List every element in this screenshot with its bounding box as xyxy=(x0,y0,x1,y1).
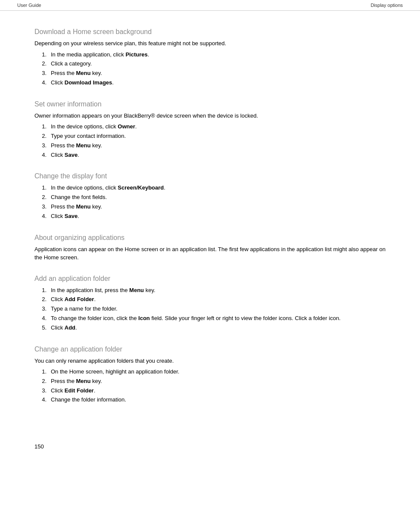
section-change-application-folder: Change an application folder You can onl… xyxy=(34,345,386,405)
step-item: 2. Change the font fields. xyxy=(34,193,386,202)
step-text: Type your contact information. xyxy=(51,132,386,141)
step-text: In the application list, press the Menu … xyxy=(51,286,386,295)
step-text: Press the Menu key. xyxy=(51,69,386,78)
step-number: 1. xyxy=(34,286,47,295)
step-bold: Screen/Keyboard xyxy=(118,184,164,191)
step-text: Change the font fields. xyxy=(51,193,386,202)
steps-owner-info: 1. In the device options, click Owner. 2… xyxy=(34,122,386,159)
step-text: Click Edit Folder. xyxy=(51,386,386,395)
section-set-owner-information: Set owner information Owner information … xyxy=(34,100,386,160)
step-number: 3. xyxy=(34,202,47,212)
step-item: 2. Click a category. xyxy=(34,59,386,68)
step-bold: Pictures xyxy=(125,51,147,58)
section-intro-change-folder: You can only rename application folders … xyxy=(34,357,386,365)
steps-change-folder: 1. On the Home screen, highlight an appl… xyxy=(34,367,386,405)
step-number: 4. xyxy=(34,395,47,405)
step-item: 5. Click Add. xyxy=(34,324,386,333)
step-text: Press the Menu key. xyxy=(51,141,386,150)
step-bold: Add xyxy=(65,324,75,331)
section-intro-owner-info: Owner information appears on your BlackB… xyxy=(34,112,386,120)
step-bold: Icon xyxy=(138,315,150,321)
step-text: Click a category. xyxy=(51,59,386,68)
step-number: 1. xyxy=(34,50,47,59)
step-item: 1. In the media application, click Pictu… xyxy=(34,50,386,59)
step-bold: Download Images xyxy=(65,79,112,86)
step-item: 1. On the Home screen, highlight an appl… xyxy=(34,367,386,377)
section-add-application-folder: Add an application folder 1. In the appl… xyxy=(34,275,386,333)
step-bold: Menu xyxy=(76,203,91,210)
step-item: 3. Type a name for the folder. xyxy=(34,305,386,314)
step-bold: Save xyxy=(65,152,78,158)
section-title-change-folder: Change an application folder xyxy=(34,345,386,353)
step-number: 2. xyxy=(34,132,47,141)
step-text: To change the folder icon, click the Ico… xyxy=(51,314,386,323)
step-number: 3. xyxy=(34,69,47,78)
step-number: 2. xyxy=(34,377,47,386)
step-bold: Save xyxy=(65,213,78,219)
step-number: 3. xyxy=(34,305,47,314)
section-title-organizing-apps: About organizing applications xyxy=(34,234,386,242)
step-item: 4. Click Save. xyxy=(34,212,386,221)
step-item: 4. To change the folder icon, click the … xyxy=(34,314,386,323)
step-item: 4. Click Download Images. xyxy=(34,78,386,87)
step-text: Press the Menu key. xyxy=(51,377,386,386)
step-item: 3. Press the Menu key. xyxy=(34,69,386,78)
step-item: 2. Type your contact information. xyxy=(34,132,386,141)
step-bold: Edit Folder xyxy=(65,387,94,394)
step-item: 3. Press the Menu key. xyxy=(34,141,386,150)
step-text: Click Add Folder. xyxy=(51,295,386,304)
step-item: 4. Change the folder information. xyxy=(34,395,386,405)
step-text: In the media application, click Pictures… xyxy=(51,50,386,59)
step-number: 4. xyxy=(34,314,47,323)
steps-download-bg: 1. In the media application, click Pictu… xyxy=(34,50,386,87)
step-bold: Owner xyxy=(118,123,135,130)
step-bold: Add Folder xyxy=(65,296,94,302)
section-title-owner-info: Set owner information xyxy=(34,100,386,108)
step-item: 1. In the application list, press the Me… xyxy=(34,286,386,295)
page-number: 150 xyxy=(34,443,44,450)
step-item: 3. Press the Menu key. xyxy=(34,202,386,212)
step-text: Click Add. xyxy=(51,324,386,333)
step-number: 1. xyxy=(34,184,47,193)
header-right-title: Display options xyxy=(370,3,403,8)
step-number: 4. xyxy=(34,78,47,87)
section-intro-organizing-apps: Application icons can appear on the Home… xyxy=(34,245,386,262)
section-title-display-font: Change the display font xyxy=(34,172,386,180)
step-item: 1. In the device options, click Screen/K… xyxy=(34,184,386,193)
step-text: Click Save. xyxy=(51,212,386,221)
section-change-display-font: Change the display font 1. In the device… xyxy=(34,172,386,221)
step-number: 3. xyxy=(34,386,47,395)
step-text: In the device options, click Owner. xyxy=(51,122,386,131)
step-item: 3. Click Edit Folder. xyxy=(34,386,386,395)
step-bold: Menu xyxy=(76,378,91,384)
section-title-download-bg: Download a Home screen background xyxy=(34,28,386,36)
step-number: 4. xyxy=(34,151,47,160)
step-number: 5. xyxy=(34,324,47,333)
step-item: 4. Click Save. xyxy=(34,151,386,160)
step-text: Click Save. xyxy=(51,151,386,160)
step-text: In the device options, click Screen/Keyb… xyxy=(51,184,386,193)
step-item: 2. Click Add Folder. xyxy=(34,295,386,304)
step-item: 1. In the device options, click Owner. xyxy=(34,122,386,131)
steps-add-folder: 1. In the application list, press the Me… xyxy=(34,286,386,333)
step-number: 3. xyxy=(34,141,47,150)
step-number: 2. xyxy=(34,59,47,68)
step-bold: Menu xyxy=(76,70,91,76)
step-bold: Menu xyxy=(129,287,144,293)
step-number: 4. xyxy=(34,212,47,221)
step-text: Click Download Images. xyxy=(51,78,386,87)
section-intro-download-bg: Depending on your wireless service plan,… xyxy=(34,39,386,48)
step-item: 2. Press the Menu key. xyxy=(34,377,386,386)
step-text: Press the Menu key. xyxy=(51,202,386,212)
page-header: User Guide Display options xyxy=(0,0,420,11)
page-content: Download a Home screen background Depend… xyxy=(0,11,420,435)
step-bold: Menu xyxy=(76,142,91,149)
steps-display-font: 1. In the device options, click Screen/K… xyxy=(34,184,386,221)
section-title-add-folder: Add an application folder xyxy=(34,275,386,283)
section-about-organizing-applications: About organizing applications Applicatio… xyxy=(34,234,386,262)
step-number: 1. xyxy=(34,367,47,377)
section-download-home-background: Download a Home screen background Depend… xyxy=(34,28,386,87)
step-number: 2. xyxy=(34,295,47,304)
step-number: 1. xyxy=(34,122,47,131)
header-left-title: User Guide xyxy=(17,3,41,8)
